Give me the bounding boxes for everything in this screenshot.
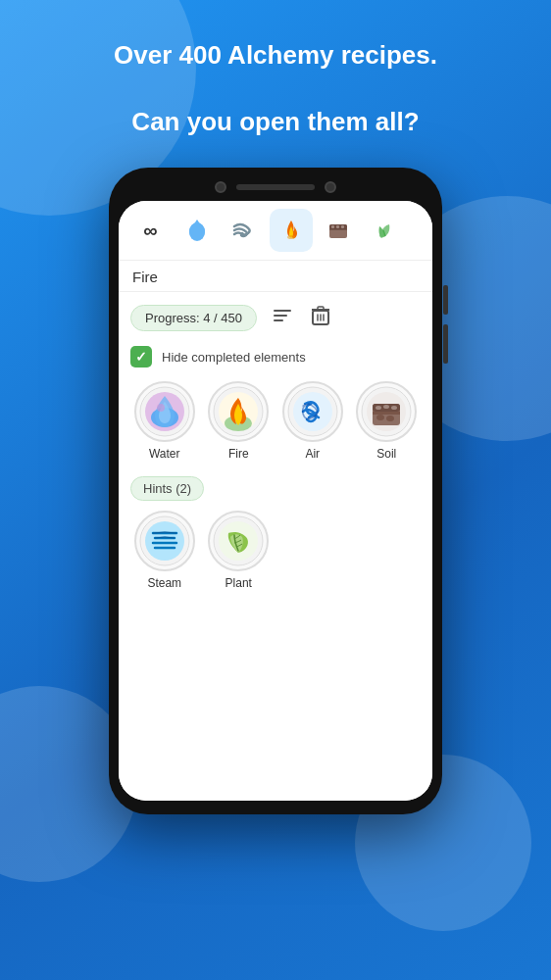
svg-point-41 — [145, 521, 184, 561]
volume-down-button — [443, 324, 448, 364]
camera-dot-left — [215, 181, 226, 193]
volume-up-button — [443, 285, 448, 315]
progress-badge: Progress: 4 / 450 — [130, 305, 257, 331]
air-label: Air — [305, 447, 320, 461]
fire-circle — [208, 381, 269, 442]
water-tab-icon — [184, 218, 210, 243]
hints-header: Hints (2) — [130, 476, 204, 501]
hide-completed-label: Hide completed elements — [162, 350, 306, 365]
selected-element-label: Fire — [119, 261, 432, 292]
delete-icon — [312, 306, 329, 325]
fire-label: Fire — [228, 447, 249, 461]
hide-completed-row[interactable]: ✓ Hide completed elements — [130, 346, 421, 368]
headline-line2: Can you open them all? — [114, 106, 437, 139]
progress-row: Progress: 4 / 450 — [130, 302, 421, 334]
soil-label: Soil — [376, 447, 396, 461]
sort-icon — [273, 307, 292, 324]
svg-point-38 — [376, 415, 384, 420]
plant-icon — [213, 515, 264, 566]
tab-water[interactable] — [175, 209, 219, 252]
water-label: Water — [149, 447, 180, 461]
soil-circle — [356, 381, 417, 442]
plant-label: Plant — [225, 576, 252, 590]
air-icon — [287, 386, 338, 437]
svg-rect-9 — [336, 225, 339, 228]
tab-plant[interactable] — [364, 209, 407, 252]
steam-circle — [134, 511, 195, 571]
svg-point-4 — [287, 235, 295, 239]
water-circle — [134, 381, 195, 442]
svg-point-39 — [386, 416, 394, 421]
svg-point-36 — [383, 405, 389, 409]
camera-dot-right — [325, 181, 336, 193]
air-circle — [282, 381, 343, 442]
headline-line1: Over 400 Alchemy recipes. — [114, 39, 437, 73]
tab-soil[interactable] — [317, 209, 360, 252]
plant-circle — [208, 511, 269, 571]
hints-section: Hints (2) — [130, 476, 421, 590]
tab-infinity[interactable]: ∞ — [128, 209, 172, 252]
svg-rect-10 — [341, 225, 344, 228]
plant-tab-icon — [372, 217, 399, 244]
tab-wind[interactable] — [223, 209, 266, 252]
delete-button[interactable] — [308, 302, 333, 334]
element-plant[interactable]: Plant — [205, 511, 274, 590]
element-air[interactable]: Air — [278, 381, 347, 461]
hints-grid: Steam — [130, 511, 421, 590]
svg-rect-34 — [373, 412, 400, 415]
headline-container: Over 400 Alchemy recipes. Can you open t… — [84, 39, 467, 138]
soil-tab-icon — [325, 217, 352, 244]
svg-point-37 — [391, 406, 397, 410]
svg-rect-8 — [331, 225, 334, 228]
element-water[interactable]: Water — [130, 381, 199, 461]
svg-point-35 — [376, 406, 381, 410]
steam-icon — [139, 515, 190, 566]
water-icon — [139, 386, 190, 437]
fire-icon — [213, 386, 264, 437]
tab-bar: ∞ — [119, 201, 432, 261]
fire-tab-icon — [277, 217, 305, 244]
elements-grid: Water Fir — [130, 381, 421, 461]
tab-fire[interactable] — [270, 209, 313, 252]
sort-button[interactable] — [269, 303, 296, 333]
phone-frame: ∞ — [109, 168, 442, 814]
content-area: Progress: 4 / 450 — [119, 292, 432, 801]
svg-rect-17 — [318, 307, 324, 310]
steam-label: Steam — [147, 576, 181, 590]
hide-completed-checkbox[interactable]: ✓ — [130, 346, 152, 368]
element-soil[interactable]: Soil — [353, 381, 422, 461]
element-steam[interactable]: Steam — [130, 511, 199, 590]
element-fire[interactable]: Fire — [205, 381, 274, 461]
svg-point-24 — [157, 404, 165, 412]
camera-speaker — [236, 184, 315, 190]
soil-icon — [361, 386, 412, 437]
phone-camera-bar — [119, 181, 432, 193]
phone-screen: ∞ — [119, 201, 432, 801]
wind-tab-icon — [230, 217, 258, 244]
checkmark-icon: ✓ — [135, 349, 147, 365]
